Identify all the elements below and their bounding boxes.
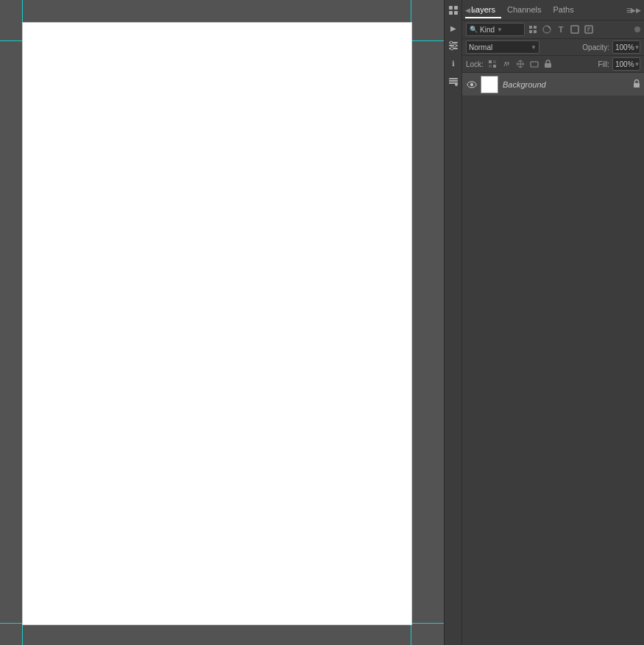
document-canvas — [22, 22, 412, 625]
layers-panel: ◀◀ Layers Channels Paths ≡ ▶▶ 🔍 Kind ▼ — [461, 0, 644, 645]
kind-icon-group: T — [527, 24, 595, 35]
lock-artboard-icon[interactable] — [528, 58, 540, 70]
kind-pixel-icon[interactable] — [527, 24, 539, 35]
panel-collapse-right-btn[interactable]: ▶▶ — [631, 7, 641, 14]
kind-label: Kind — [480, 26, 495, 34]
lock-label: Lock: — [466, 60, 484, 68]
layer-lock-icon — [633, 79, 640, 90]
toolbar-history-btn[interactable] — [446, 3, 461, 18]
lock-all-icon[interactable] — [542, 58, 554, 70]
layer-thumbnail — [481, 76, 498, 93]
svg-point-28 — [470, 83, 473, 86]
svg-rect-1 — [454, 6, 458, 10]
svg-rect-17 — [534, 30, 537, 33]
table-row[interactable]: Background — [462, 73, 644, 96]
kind-shape-icon[interactable] — [569, 24, 581, 35]
fill-chevron-icon: ▼ — [634, 61, 640, 68]
kind-adjustment-icon[interactable] — [541, 24, 553, 35]
blend-chevron-icon: ▼ — [531, 44, 537, 51]
svg-point-8 — [453, 44, 456, 47]
opacity-chevron-icon: ▼ — [634, 44, 640, 51]
opacity-value-text: 100% — [615, 43, 634, 51]
svg-rect-2 — [449, 11, 453, 15]
svg-rect-26 — [545, 63, 551, 68]
svg-rect-22 — [493, 60, 496, 63]
lock-transparency-icon[interactable] — [486, 58, 498, 70]
svg-rect-3 — [454, 11, 458, 15]
svg-rect-23 — [489, 65, 492, 68]
svg-rect-15 — [534, 26, 537, 29]
kind-smart-icon[interactable] — [583, 24, 595, 35]
kind-dropdown[interactable]: 🔍 Kind ▼ — [466, 23, 525, 36]
svg-point-9 — [450, 47, 453, 50]
kind-text-icon[interactable]: T — [555, 24, 567, 35]
lock-move-icon[interactable] — [514, 58, 526, 70]
blend-opacity-row: Normal ▼ Opacity: 100% ▼ — [462, 39, 644, 56]
lock-icon-group — [486, 58, 554, 70]
panel-collapse-left-btn[interactable]: ◀◀ — [465, 7, 475, 14]
svg-rect-25 — [531, 62, 538, 67]
panel-tab-bar: ◀◀ Layers Channels Paths ≡ ▶▶ — [462, 0, 644, 21]
svg-rect-14 — [529, 26, 532, 29]
toolbar-play-btn[interactable]: ▶ — [446, 21, 461, 35]
svg-rect-16 — [529, 30, 532, 33]
layer-visibility-icon[interactable] — [466, 79, 478, 90]
svg-rect-24 — [493, 65, 496, 68]
svg-point-13 — [455, 83, 458, 86]
panel-content: 🔍 Kind ▼ — [462, 21, 644, 645]
svg-rect-0 — [449, 6, 453, 10]
fill-input[interactable]: 100% ▼ — [612, 57, 640, 71]
svg-rect-21 — [489, 60, 492, 63]
tab-paths[interactable]: Paths — [548, 2, 580, 18]
opacity-label: Opacity: — [582, 43, 609, 51]
layer-name: Background — [503, 80, 633, 89]
lock-paint-icon[interactable] — [500, 58, 512, 70]
svg-rect-11 — [449, 80, 458, 82]
svg-rect-29 — [634, 83, 640, 88]
lock-fill-row: Lock: — [462, 56, 644, 73]
kind-filter-row: 🔍 Kind ▼ — [462, 21, 644, 39]
svg-rect-19 — [571, 26, 578, 33]
tab-channels[interactable]: Channels — [501, 2, 547, 18]
blend-mode-label: Normal — [469, 43, 492, 51]
fill-label: Fill: — [598, 60, 609, 68]
opacity-input[interactable]: 100% ▼ — [612, 40, 640, 54]
toolbar-layers-btn[interactable] — [446, 74, 461, 88]
svg-point-7 — [450, 41, 453, 44]
right-toolbar: ▶ ℹ — [444, 0, 461, 645]
toolbar-info-btn[interactable]: ℹ — [446, 56, 461, 71]
kind-chevron: ▼ — [497, 26, 503, 33]
fill-value-text: 100% — [615, 60, 634, 68]
kind-options-dot[interactable] — [634, 26, 640, 32]
canvas-area — [0, 0, 444, 645]
svg-rect-10 — [449, 78, 458, 79]
toolbar-adjust-btn[interactable] — [446, 38, 461, 53]
blend-mode-dropdown[interactable]: Normal ▼ — [466, 40, 539, 54]
